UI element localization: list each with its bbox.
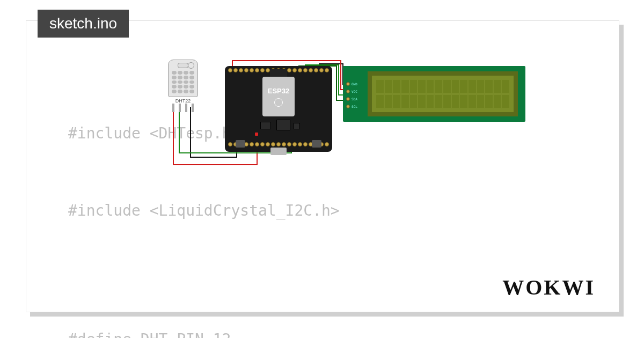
lcd-row-0 — [376, 80, 509, 93]
dht22-sensor-window — [188, 62, 194, 69]
lcd-pin-label: VCC — [352, 90, 357, 93]
lcd-i2c-pins: GND VCC SDA SCL — [346, 82, 357, 108]
circuit-diagram: DHT22 ESP32 — [160, 60, 536, 178]
dht22-body — [168, 60, 198, 97]
dht22-sensor[interactable]: DHT22 — [166, 60, 200, 113]
dht22-label: DHT22 — [166, 98, 200, 104]
esp32-board[interactable]: ESP32 — [225, 66, 332, 152]
esp32-antenna-icon — [270, 69, 287, 77]
lcd-screen-bezel — [368, 71, 518, 116]
lcd-row-1 — [376, 95, 509, 108]
esp32-components — [255, 120, 303, 141]
code-line: #include <LiquidCrystal_I2C.h> — [68, 198, 566, 224]
file-tab[interactable]: sketch.ino — [38, 10, 129, 38]
dht22-pins — [168, 104, 198, 112]
lcd-pin-label: SCL — [352, 105, 357, 108]
lcd-pin-label: GND — [352, 82, 357, 86]
esp32-usb-port-icon — [270, 148, 287, 155]
esp32-boot-button[interactable] — [236, 140, 245, 148]
project-card: #include <DHTesp.h> #include <LiquidCrys… — [26, 20, 619, 312]
lcd-pin-label: SDA — [352, 97, 357, 101]
lcd-1602-module[interactable]: GND VCC SDA SCL — [343, 66, 525, 122]
file-tab-label: sketch.ino — [49, 15, 117, 32]
wokwi-logo: WOKWI — [502, 275, 595, 300]
dht22-slot — [178, 63, 188, 68]
esp32-label: ESP32 — [268, 87, 289, 95]
esp32-shield: ESP32 — [262, 77, 295, 116]
dht22-grille-icon — [172, 71, 194, 93]
code-line: #define DHT_PIN 12 — [68, 327, 566, 338]
esp32-en-button[interactable] — [312, 140, 321, 148]
lcd-display-area — [372, 76, 514, 112]
espressif-logo-icon — [274, 98, 283, 107]
